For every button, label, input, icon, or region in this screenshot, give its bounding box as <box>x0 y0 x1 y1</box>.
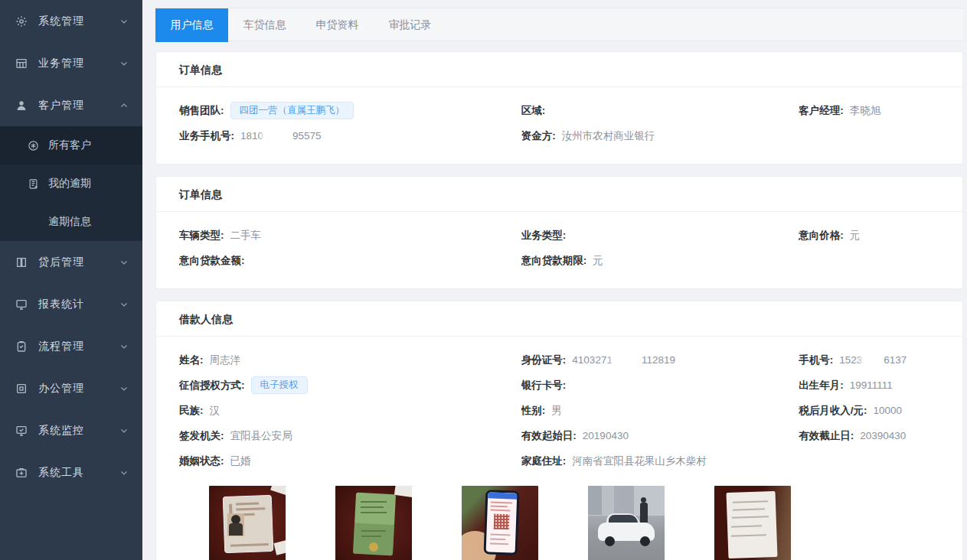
field-region: 区域: <box>521 104 799 118</box>
chevron-down-icon <box>119 384 129 393</box>
sidebar-item-process-management[interactable]: 流程管理 <box>0 325 142 367</box>
inner-box-icon <box>15 383 28 395</box>
field-mobile: 手机号: 15236137 <box>799 353 939 367</box>
customer-management-submenu: 所有客户 我的逾期 逾期信息 <box>0 126 142 241</box>
redaction-mask <box>264 131 292 141</box>
sales-team-tag[interactable]: 四团一营（直属王鹏飞） <box>230 102 354 119</box>
id-card-photo-thumbnail[interactable] <box>209 486 286 560</box>
field-sales-team: 销售团队: 四团一营（直属王鹏飞） <box>179 102 521 119</box>
attachment-thumbnails: 本人照 <box>209 486 939 560</box>
field-business-type: 业务类型: <box>521 229 799 243</box>
sidebar-item-label: 系统管理 <box>38 15 119 28</box>
tab-user-info[interactable]: 用户信息 <box>155 8 228 42</box>
monitor-icon <box>15 298 28 311</box>
chevron-up-icon <box>119 101 129 110</box>
user-icon <box>15 99 28 112</box>
chevron-down-icon <box>119 426 129 435</box>
sidebar-subitem-label: 所有客户 <box>48 138 91 152</box>
card-title: 订单信息 <box>156 177 962 211</box>
chevron-down-icon <box>119 342 129 351</box>
circle-asterisk-icon <box>28 140 39 151</box>
clipboard-icon <box>15 340 28 353</box>
main-content: 用户信息 车贷信息 申贷资料 审批记录 订单信息 销售团队: 四团一营（直属王鹏… <box>142 0 967 560</box>
sidebar-item-label: 贷后管理 <box>38 256 119 269</box>
card-title: 借款人信息 <box>156 301 962 336</box>
attachment-household-register-photo[interactable]: 整本户口本 <box>335 486 412 560</box>
grid-icon <box>15 57 28 70</box>
sidebar-item-label: 系统工具 <box>38 466 119 480</box>
chevron-down-icon <box>119 59 129 68</box>
attachment-vehicle-photo[interactable]: 车辆照 <box>588 486 665 560</box>
chevron-down-icon <box>119 17 129 26</box>
field-valid-to: 有效截止日: 20390430 <box>799 429 939 443</box>
sidebar-subitem-overdue-info[interactable]: 逾期信息 <box>0 203 142 241</box>
sidebar-item-office-management[interactable]: 办公管理 <box>0 367 142 409</box>
redaction-mask <box>613 355 641 365</box>
sidebar-item-label: 办公管理 <box>38 382 119 396</box>
notebook-icon <box>28 178 39 190</box>
monitor-check-icon <box>15 425 28 437</box>
field-marital-status: 婚姻状态: 已婚 <box>179 454 521 468</box>
tab-loan-application-docs[interactable]: 申贷资料 <box>301 8 374 42</box>
sidebar-subitem-label: 逾期信息 <box>48 215 91 229</box>
sidebar-item-label: 报表统计 <box>38 298 119 311</box>
chevron-down-icon <box>119 258 129 267</box>
field-home-address: 家庭住址: 河南省宜阳县花果山乡木柴村 <box>521 454 799 468</box>
sidebar-subitem-all-customers[interactable]: 所有客户 <box>0 126 142 164</box>
field-credit-auth-method: 征信授权方式: 电子授权 <box>179 376 521 394</box>
sidebar-item-label: 流程管理 <box>38 340 119 353</box>
card-title: 订单信息 <box>156 52 962 86</box>
attachment-auth-qr-photo[interactable]: 授权码照 <box>462 486 538 560</box>
sidebar-item-label: 客户管理 <box>38 99 119 112</box>
vehicle-photo-thumbnail[interactable] <box>588 486 665 560</box>
household-register-thumbnail[interactable] <box>335 486 412 560</box>
gear-icon <box>15 15 28 28</box>
field-ethnicity: 民族: 汉 <box>179 404 521 418</box>
field-intended-price: 意向价格: 元 <box>799 229 939 243</box>
sidebar-subitem-my-overdue[interactable]: 我的逾期 <box>0 164 142 203</box>
sidebar-item-label: 系统监控 <box>38 424 119 438</box>
field-gender: 性别: 男 <box>521 404 799 418</box>
field-fund-provider: 资金方: 汝州市农村商业银行 <box>521 129 799 143</box>
auth-qr-thumbnail[interactable] <box>462 486 538 560</box>
field-birth-date: 出生年月: 19911111 <box>799 379 939 392</box>
field-business-phone: 业务手机号: 181095575 <box>179 129 521 143</box>
loan-intent-card: 订单信息 车辆类型: 二手车 业务类型: 意向价格: <box>155 176 963 289</box>
order-info-card: 订单信息 销售团队: 四团一营（直属王鹏飞） 区域: 客户经理: <box>155 51 963 164</box>
field-intended-loan-term: 意向贷款期限: 元 <box>521 254 799 268</box>
field-valid-from: 有效起始日: 20190430 <box>521 429 799 443</box>
field-issuing-authority: 签发机关: 宜阳县公安局 <box>179 429 521 443</box>
redaction-mask <box>863 355 883 365</box>
credit-auth-tag[interactable]: 电子授权 <box>251 376 308 394</box>
card-stack: 订单信息 销售团队: 四团一营（直属王鹏飞） 区域: 客户经理: <box>155 41 963 560</box>
sidebar-item-system-tools[interactable]: 系统工具 <box>0 451 142 493</box>
sidebar-item-postloan-management[interactable]: 贷后管理 <box>0 241 142 283</box>
attachment-id-card-photo[interactable]: 本人照 <box>209 486 286 560</box>
sidebar-item-label: 业务管理 <box>38 57 119 70</box>
sidebar-item-system-management[interactable]: 系统管理 <box>0 0 142 42</box>
sidebar-subitem-label: 我的逾期 <box>48 177 91 190</box>
toolbox-icon <box>15 467 28 479</box>
field-monthly-income: 税后月收入/元: 10000 <box>799 404 939 418</box>
field-bank-card: 银行卡号: <box>521 379 799 392</box>
field-name: 姓名: 周志洋 <box>179 353 521 367</box>
sidebar-item-customer-management[interactable]: 客户管理 <box>0 84 142 126</box>
attachment-document-photo[interactable]: 其他材料 <box>714 486 791 560</box>
tab-car-loan-info[interactable]: 车贷信息 <box>228 8 301 42</box>
tab-approval-records[interactable]: 审批记录 <box>374 8 446 42</box>
sidebar-item-business-management[interactable]: 业务管理 <box>0 42 142 84</box>
sidebar-item-system-monitor[interactable]: 系统监控 <box>0 409 142 451</box>
field-vehicle-type: 车辆类型: 二手车 <box>179 229 521 243</box>
field-account-manager: 客户经理: 李晓旭 <box>799 104 939 118</box>
chevron-down-icon <box>119 468 129 477</box>
borrower-info-card: 借款人信息 姓名: 周志洋 身份证号: 4103271112819 <box>155 301 963 560</box>
sidebar: 系统管理 业务管理 客户管理 <box>0 0 142 560</box>
document-photo-thumbnail[interactable] <box>714 486 791 560</box>
chevron-down-icon <box>119 300 129 309</box>
app-window: 系统管理 业务管理 客户管理 <box>0 0 967 560</box>
open-book-icon <box>15 256 28 269</box>
detail-tabbar: 用户信息 车贷信息 申贷资料 审批记录 <box>155 8 963 41</box>
field-id-number: 身份证号: 4103271112819 <box>521 353 799 367</box>
sidebar-item-report-statistics[interactable]: 报表统计 <box>0 283 142 325</box>
field-intended-loan-amount: 意向贷款金额: <box>179 254 521 268</box>
